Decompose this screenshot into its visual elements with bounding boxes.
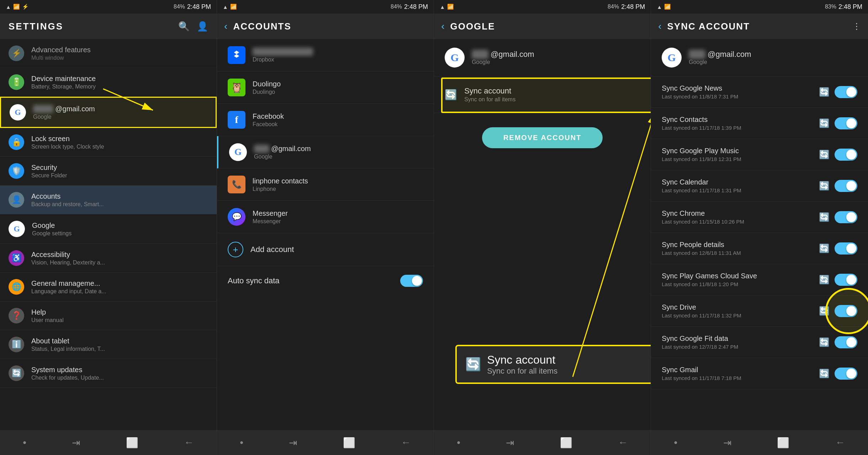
settings-header-icons: 🔍 👤 — [178, 21, 208, 32]
chrome-refresh-icon[interactable]: 🔄 — [819, 212, 830, 222]
recents-button[interactable]: ⇥ — [72, 437, 80, 449]
recents-button-2[interactable]: ⇥ — [289, 437, 297, 449]
facebook-info: Facebook Facebook — [253, 112, 284, 128]
sync-item-drive[interactable]: Sync Drive Last synced on 11/17/18 1:32 … — [651, 295, 868, 327]
google-panel-type: Google — [472, 59, 534, 65]
settings-item-accounts[interactable]: 👤 Accounts Backup and restore, Smart... — [0, 186, 217, 214]
remove-btn-container: REMOVE ACCOUNT — [434, 113, 651, 162]
news-toggle[interactable] — [835, 86, 857, 98]
home-button[interactable]: • — [23, 437, 26, 448]
sync-chrome-name: Sync Chrome — [662, 209, 744, 218]
search-icon[interactable]: 🔍 — [178, 21, 190, 32]
settings-item-about[interactable]: ℹ️ About tablet Status, Legal informatio… — [0, 330, 217, 359]
square-button[interactable]: ⬜ — [126, 437, 138, 449]
status-right: 84% 2:48 PM — [174, 3, 211, 11]
accessibility-label: Accessibility — [31, 251, 105, 259]
settings-item-general[interactable]: 🌐 General manageme... Language and input… — [0, 273, 217, 301]
sync-item-play-games[interactable]: Sync Play Games Cloud Save Last synced o… — [651, 264, 868, 295]
recents-button-4[interactable]: ⇥ — [723, 437, 731, 449]
auto-sync-label: Auto sync data — [228, 276, 280, 285]
news-refresh-icon[interactable]: 🔄 — [819, 87, 830, 97]
gmail-toggle[interactable] — [835, 368, 857, 380]
auto-sync-toggle[interactable] — [400, 275, 423, 287]
settings-item-security[interactable]: 🛡️ Security Secure Folder — [0, 157, 217, 186]
sync-row[interactable]: 🔄 Sync account Sync on for all items — [434, 76, 651, 113]
home-button-4[interactable]: • — [674, 437, 677, 448]
duolingo-info: Duolingo Duolingo — [253, 80, 281, 95]
account-item-duolingo[interactable]: 🦉 Duolingo Duolingo — [217, 71, 434, 104]
profile-icon[interactable]: 👤 — [197, 21, 208, 32]
sync-item-people[interactable]: Sync People details Last synced on 12/6/… — [651, 233, 868, 264]
back-button-2[interactable]: ← — [401, 437, 411, 448]
fit-toggle[interactable] — [835, 336, 857, 348]
lock-icon: 🔒 — [9, 134, 24, 150]
settings-item-device[interactable]: 🔋 Device maintenance Battery, Storage, M… — [0, 68, 217, 97]
sync-people-date: Last synced on 12/6/18 11:31 AM — [662, 250, 741, 256]
more-icon[interactable]: ⋮ — [852, 21, 861, 31]
settings-header: SETTINGS 🔍 👤 — [0, 14, 217, 39]
sync-item-fit[interactable]: Sync Google Fit data Last synced on 12/7… — [651, 327, 868, 358]
back-button-accounts[interactable]: ‹ — [224, 21, 227, 32]
sync-play-music-date: Last synced on 11/9/18 12:31 PM — [662, 156, 741, 162]
settings-item-google-account[interactable]: G ████ @gmail.com Google — [0, 97, 217, 128]
account-item-facebook[interactable]: f Facebook Facebook — [217, 104, 434, 136]
back-button-sync[interactable]: ‹ — [658, 21, 661, 32]
settings-item-help[interactable]: ❓ Help User manual — [0, 301, 217, 330]
contacts-refresh-icon[interactable]: 🔄 — [819, 118, 830, 128]
add-account-item[interactable]: + Add account — [217, 233, 434, 266]
remove-account-button[interactable]: REMOVE ACCOUNT — [482, 127, 603, 148]
people-toggle[interactable] — [835, 242, 857, 255]
sync-item-contacts[interactable]: Sync Contacts Last synced on 11/17/18 1:… — [651, 108, 868, 139]
calendar-refresh-icon[interactable]: 🔄 — [819, 181, 830, 191]
play-music-toggle[interactable] — [835, 149, 857, 161]
settings-item-accessibility[interactable]: ♿ Accessibility Vision, Hearing, Dexteri… — [0, 244, 217, 273]
drive-toggle[interactable] — [835, 305, 857, 317]
status-right-3: 84% 2:48 PM — [608, 3, 645, 11]
messenger-icon: 💬 — [228, 208, 245, 226]
google-panel: ▲ 📶 84% 2:48 PM ‹ GOOGLE G ███ @gmail.co… — [434, 0, 651, 455]
home-button-2[interactable]: • — [240, 437, 243, 448]
calendar-toggle[interactable] — [835, 180, 857, 192]
back-button-4[interactable]: ← — [835, 437, 845, 448]
back-button-3[interactable]: ← — [618, 437, 628, 448]
square-button-4[interactable]: ⬜ — [777, 437, 789, 449]
play-games-toggle[interactable] — [835, 274, 857, 286]
sync-top-bar: ‹ SYNC ACCOUNT ⋮ — [651, 14, 868, 39]
accessibility-sub: Vision, Hearing, Dexterity a... — [31, 259, 105, 266]
settings-item-google[interactable]: G Google Google settings — [0, 214, 217, 244]
sync-item-news[interactable]: Sync Google News Last synced on 11/8/18 … — [651, 76, 868, 108]
account-item-dropbox[interactable]: ████████████ Dropbox — [217, 39, 434, 71]
google-account-label: ████ @gmail.com — [33, 105, 95, 113]
back-button-1[interactable]: ← — [184, 437, 194, 448]
sync-item-calendar[interactable]: Sync Calendar Last synced on 11/17/18 1:… — [651, 170, 868, 202]
square-button-3[interactable]: ⬜ — [560, 437, 572, 449]
bt-icon: ⚡ — [22, 4, 29, 10]
drive-refresh-icon[interactable]: 🔄 — [819, 306, 830, 316]
back-button-google[interactable]: ‹ — [441, 21, 444, 32]
play-music-refresh-icon[interactable]: 🔄 — [819, 150, 830, 160]
account-item-google[interactable]: G ███ @gmail.com Google — [217, 136, 434, 168]
about-text: About tablet Status, Legal information, … — [31, 337, 105, 352]
battery-level-3: 84% — [608, 4, 619, 10]
square-button-2[interactable]: ⬜ — [343, 437, 355, 449]
settings-item-lock[interactable]: 🔒 Lock screen Screen lock type, Clock st… — [0, 128, 217, 157]
auto-sync-row: Auto sync data — [217, 266, 434, 295]
fit-refresh-icon[interactable]: 🔄 — [819, 337, 830, 347]
settings-item-advanced[interactable]: ⚡ Advanced features Multi window — [0, 39, 217, 68]
sync-item-play-music[interactable]: Sync Google Play Music Last synced on 11… — [651, 139, 868, 170]
device-label: Device maintenance — [31, 75, 96, 83]
settings-item-updates[interactable]: 🔄 System updates Check for updates, Upda… — [0, 359, 217, 388]
home-button-3[interactable]: • — [457, 437, 460, 448]
gmail-refresh-icon[interactable]: 🔄 — [819, 369, 830, 379]
accounts-sub: Backup and restore, Smart... — [31, 201, 104, 208]
chrome-toggle[interactable] — [835, 211, 857, 223]
contacts-toggle[interactable] — [835, 117, 857, 129]
people-refresh-icon[interactable]: 🔄 — [819, 243, 830, 253]
recents-button-3[interactable]: ⇥ — [506, 437, 514, 449]
account-item-messenger[interactable]: 💬 Messenger Messenger — [217, 201, 434, 233]
sync-item-chrome[interactable]: Sync Chrome Last synced on 11/15/18 10:2… — [651, 202, 868, 233]
play-games-refresh-icon[interactable]: 🔄 — [819, 275, 830, 285]
account-item-linphone[interactable]: 📞 linphone contacts Linphone — [217, 168, 434, 201]
accessibility-text: Accessibility Vision, Hearing, Dexterity… — [31, 251, 105, 266]
sync-item-gmail[interactable]: Sync Gmail Last synced on 11/17/18 7:18 … — [651, 358, 868, 389]
